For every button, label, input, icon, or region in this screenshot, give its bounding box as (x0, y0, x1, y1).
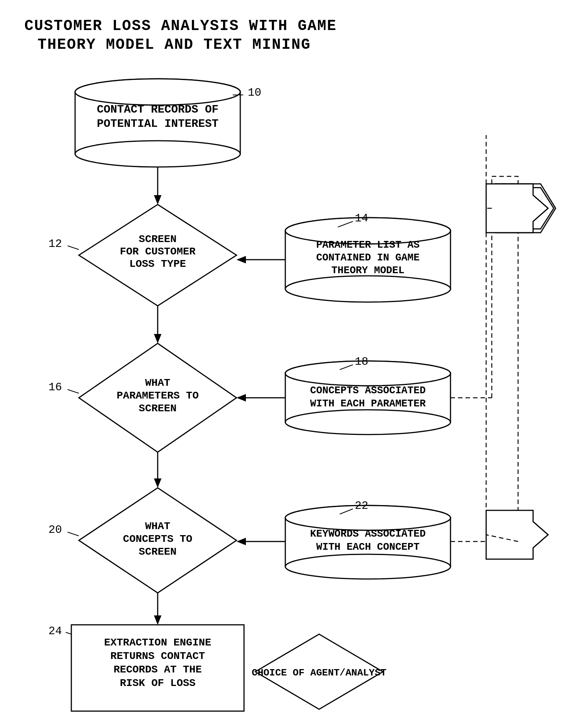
node14-label1: PARAMETER LIST AS (316, 239, 419, 251)
node16-label1: WHAT (145, 377, 170, 389)
title-line1: CUSTOMER LOSS ANALYSIS WITH GAME (24, 18, 337, 35)
node24-label2: RETURNS CONTACT (110, 650, 205, 662)
arrow-16-to-20 (154, 478, 161, 488)
arrow-20-to-24 (154, 615, 161, 625)
node12-label1: SCREEN (139, 233, 177, 245)
node20-ref: 20 (48, 523, 62, 536)
node16-label2: PARAMETERS TO (117, 390, 199, 402)
svg-point-30 (285, 554, 450, 579)
node10-label-line1: CONTACT RECORDS OF (97, 103, 218, 116)
node18-ref: 18 (355, 355, 368, 368)
right-arrow-bottom (486, 510, 548, 559)
node14-label3: THEORY MODEL (331, 265, 404, 276)
svg-line-27 (68, 532, 79, 536)
title-line2: THEORY MODEL AND TEXT MINING (38, 36, 311, 53)
node14-ref: 14 (355, 212, 368, 225)
arrow-14-to-12 (237, 256, 246, 263)
arrow-10-to-12 (154, 195, 161, 205)
node20-label2: CONCEPTS TO (123, 533, 193, 545)
arrow-18-to-16 (237, 394, 246, 402)
svg-point-2 (75, 141, 240, 167)
node16-label3: SCREEN (139, 403, 177, 414)
arrow-12-to-16 (154, 334, 161, 343)
node12-ref: 12 (48, 238, 62, 250)
node20-label1: WHAT (145, 520, 170, 532)
svg-point-4 (75, 79, 240, 105)
node18-label1: CONCEPTS ASSOCIATED (310, 385, 426, 396)
node22-label2: WITH EACH CONCEPT (316, 541, 419, 553)
svg-line-16 (68, 390, 79, 393)
node12-label3: LOSS TYPE (129, 258, 186, 270)
node10-ref: 10 (248, 86, 261, 99)
node22-label1: KEYWORDS ASSOCIATED (310, 528, 426, 540)
node26-label: CHOICE OF AGENT/ANALYST (252, 667, 387, 678)
svg-point-10 (285, 276, 450, 302)
arrow-22-to-20 (237, 538, 246, 545)
svg-line-40 (66, 632, 71, 634)
node12-label2: FOR CUSTOMER (120, 246, 196, 257)
node14-label2: CONTAINED IN GAME (316, 252, 419, 263)
node24-label1: EXTRACTION ENGINE (104, 637, 211, 648)
node10-label-line2: POTENTIAL INTEREST (97, 117, 218, 130)
node22-ref: 22 (355, 499, 368, 512)
node16-ref: 16 (48, 381, 62, 394)
svg-line-7 (68, 246, 79, 250)
svg-marker-37 (492, 176, 518, 184)
node24-label3: RECORDS AT THE (113, 664, 202, 675)
node24-ref: 24 (48, 625, 62, 638)
diagram-container: CUSTOMER LOSS ANALYSIS WITH GAME THEORY … (0, 0, 571, 728)
node20-label3: SCREEN (139, 546, 177, 558)
node24-label4: RISK OF LOSS (120, 677, 196, 689)
node18-label2: WITH EACH PARAMETER (310, 398, 426, 409)
svg-point-19 (285, 410, 450, 435)
